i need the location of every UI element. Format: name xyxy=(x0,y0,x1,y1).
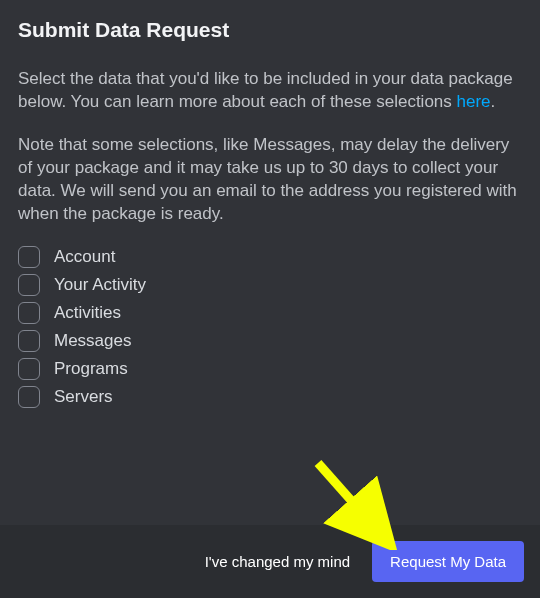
checkbox-icon[interactable] xyxy=(18,274,40,296)
intro-post: . xyxy=(491,92,496,111)
option-label: Programs xyxy=(54,359,128,379)
option-label: Account xyxy=(54,247,115,267)
checkbox-icon[interactable] xyxy=(18,330,40,352)
modal-footer: I've changed my mind Request My Data xyxy=(0,525,540,598)
option-servers[interactable]: Servers xyxy=(18,386,522,408)
option-label: Messages xyxy=(54,331,131,351)
option-account[interactable]: Account xyxy=(18,246,522,268)
modal-title: Submit Data Request xyxy=(18,18,522,42)
option-messages[interactable]: Messages xyxy=(18,330,522,352)
checkbox-icon[interactable] xyxy=(18,246,40,268)
option-label: Your Activity xyxy=(54,275,146,295)
option-label: Servers xyxy=(54,387,113,407)
option-label: Activities xyxy=(54,303,121,323)
option-programs[interactable]: Programs xyxy=(18,358,522,380)
request-data-button[interactable]: Request My Data xyxy=(372,541,524,582)
checkbox-icon[interactable] xyxy=(18,302,40,324)
submit-data-request-modal: Submit Data Request Select the data that… xyxy=(0,0,540,598)
note-text: Note that some selections, like Messages… xyxy=(18,134,522,226)
option-activities[interactable]: Activities xyxy=(18,302,522,324)
cancel-button[interactable]: I've changed my mind xyxy=(201,547,354,576)
checkbox-icon[interactable] xyxy=(18,386,40,408)
intro-text: Select the data that you'd like to be in… xyxy=(18,68,522,114)
checkbox-icon[interactable] xyxy=(18,358,40,380)
options-list: Account Your Activity Activities Message… xyxy=(18,246,522,408)
intro-pre: Select the data that you'd like to be in… xyxy=(18,69,513,111)
modal-body: Submit Data Request Select the data that… xyxy=(0,0,540,525)
learn-more-link[interactable]: here xyxy=(457,92,491,111)
option-your-activity[interactable]: Your Activity xyxy=(18,274,522,296)
